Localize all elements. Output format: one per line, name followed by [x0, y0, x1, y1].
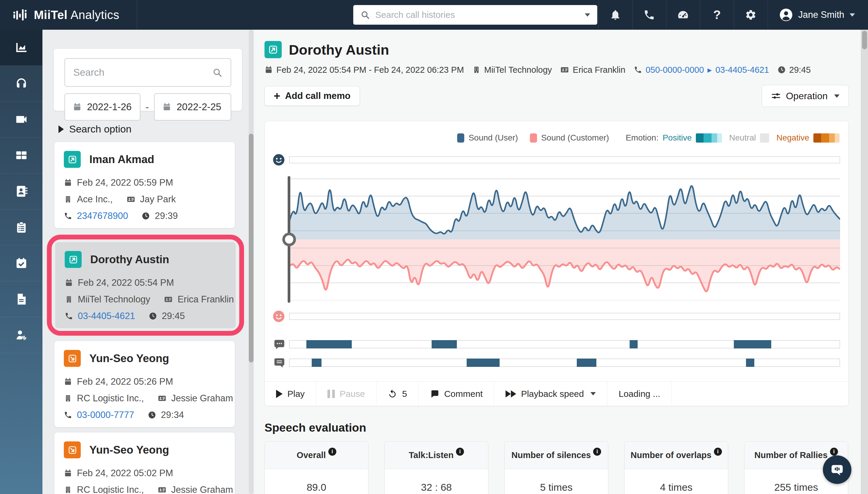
- callee-number-link[interactable]: 03-4405-4621: [715, 65, 769, 75]
- contact-card-icon: [164, 295, 173, 304]
- plus-icon: +: [274, 90, 280, 102]
- info-icon[interactable]: i: [714, 448, 722, 456]
- user-emotion-track[interactable]: [289, 156, 840, 164]
- call-card[interactable]: Iman Akmad Feb 24, 2022 05:59 PM Ace Inc…: [54, 142, 235, 228]
- playback-speed-button[interactable]: Playback speed: [494, 382, 607, 406]
- date-from-field[interactable]: 2022-1-26: [64, 93, 140, 120]
- pause-icon: [328, 390, 335, 398]
- sidebar-item-user-settings[interactable]: [0, 317, 42, 353]
- page-scrollbar-thumb[interactable]: [862, 31, 867, 49]
- sidebar-item-video[interactable]: [0, 101, 42, 137]
- search-call-histories-input[interactable]: [375, 10, 585, 20]
- chat-assistant-button[interactable]: [823, 455, 851, 484]
- call-duration: 29:45: [789, 65, 811, 75]
- customer-emotion-smiley-icon: [272, 309, 285, 323]
- page-scrollbar[interactable]: [861, 30, 868, 494]
- talk-segment-bar: [467, 359, 499, 367]
- miitel-logo-icon: [13, 7, 28, 23]
- metric-value: 255 times: [745, 481, 848, 493]
- call-card-selected[interactable]: Dorothy Austin Feb 24, 2022 05:54 PM Mii…: [55, 242, 236, 328]
- call-contact-person: Jessie Graham: [171, 393, 233, 404]
- user-talk-track[interactable]: [289, 340, 840, 348]
- info-icon[interactable]: i: [830, 448, 838, 456]
- contact-card-icon: [126, 195, 135, 204]
- date-from-value: 2022-1-26: [87, 101, 132, 113]
- date-to-field[interactable]: 2022-2-25: [154, 93, 231, 120]
- info-icon[interactable]: i: [328, 448, 336, 456]
- call-contact-person: Jay Park: [140, 194, 176, 205]
- call-meta-row: Feb 24, 2022 05:54 PM - Feb 24, 2022 06:…: [264, 65, 811, 75]
- sliders-icon: [771, 91, 781, 101]
- rewind-5-button[interactable]: 5: [376, 382, 418, 406]
- sidebar-item-contacts[interactable]: [0, 173, 42, 209]
- headset-icon: [15, 77, 28, 90]
- call-phone-link[interactable]: 2347678900: [77, 211, 128, 221]
- avatar-icon: [779, 8, 793, 22]
- grid-icon: [15, 149, 28, 162]
- sidebar-item-tasks[interactable]: [0, 209, 42, 245]
- search-dropdown-caret-icon[interactable]: [585, 13, 590, 17]
- sidebar-item-documents[interactable]: [0, 281, 42, 317]
- call-phone-link[interactable]: 03-4405-4621: [78, 311, 135, 321]
- call-company: RC Logistic Inc.,: [77, 393, 144, 404]
- help-button[interactable]: ?: [700, 0, 734, 30]
- user-menu[interactable]: Jane Smith: [768, 0, 868, 30]
- caller-number-link[interactable]: 050-0000-0000: [646, 65, 704, 75]
- brand-text: MiiTelAnalytics: [34, 8, 119, 22]
- call-contact-name: Yun-Seo Yeong: [90, 441, 169, 458]
- call-duration: 29:45: [162, 311, 185, 321]
- info-icon[interactable]: i: [456, 448, 464, 456]
- dashboard-icon: [677, 8, 689, 21]
- phone-button[interactable]: [632, 0, 666, 30]
- playhead-handle[interactable]: [282, 233, 296, 246]
- sidebar-item-call-history[interactable]: [0, 65, 42, 101]
- outbound-call-icon: [64, 151, 81, 168]
- list-scrollbar-thumb[interactable]: [249, 134, 254, 362]
- sidebar-item-calendar[interactable]: [0, 245, 42, 281]
- sound-waveform-chart[interactable]: [289, 178, 840, 300]
- sidebar-item-table[interactable]: [0, 137, 42, 173]
- comment-button[interactable]: Comment: [418, 382, 494, 406]
- call-contact-name: Yun-Seo Yeong: [90, 350, 169, 367]
- caret-down-icon: [834, 94, 840, 98]
- call-card[interactable]: Yun-Seo Yeong Feb 24, 2022 05:26 PM RC L…: [54, 341, 235, 427]
- add-call-memo-button[interactable]: +Add call memo: [264, 86, 360, 106]
- call-phone-link[interactable]: 03-0000-7777: [77, 410, 134, 420]
- call-card[interactable]: Yun-Seo Yeong Feb 24, 2022 05:02 PM RC L…: [54, 433, 235, 494]
- calendar-icon: [264, 65, 273, 74]
- calendar-icon: [64, 178, 72, 187]
- customer-sound-swatch: [530, 133, 537, 142]
- settings-button[interactable]: [734, 0, 768, 30]
- operation-button[interactable]: Operation: [762, 85, 849, 107]
- talk-segment-bar: [734, 340, 771, 348]
- list-scrollbar[interactable]: [249, 30, 254, 494]
- notifications-button[interactable]: [598, 0, 632, 30]
- call-company: MiiTel Technology: [484, 65, 552, 75]
- positive-gradient-swatch: [696, 133, 722, 142]
- customer-emotion-track[interactable]: [289, 313, 840, 320]
- user-gear-icon: [15, 328, 28, 342]
- call-list-panel: 2022-1-26 - 2022-2-25 Search option Iman…: [42, 30, 254, 494]
- search-option-toggle[interactable]: Search option: [58, 123, 254, 135]
- call-contact-name: Dorothy Austin: [90, 251, 169, 268]
- sidebar-item-analytics[interactable]: [0, 30, 42, 65]
- play-button[interactable]: Play: [265, 382, 316, 406]
- customer-talk-track[interactable]: [289, 359, 840, 367]
- talk-segment-bar: [307, 340, 352, 348]
- call-contact-person: Erica Franklin: [178, 294, 234, 305]
- call-company: Ace Inc.,: [77, 194, 113, 205]
- pause-button[interactable]: Pause: [316, 382, 376, 406]
- metric-card-silences: Number of silencesi 5 times: [504, 441, 608, 494]
- list-search-input[interactable]: [73, 67, 212, 78]
- phone-separator: ▸: [707, 65, 712, 75]
- info-icon[interactable]: i: [593, 448, 601, 456]
- dashboard-button[interactable]: [666, 0, 700, 30]
- talk-segment-bar: [630, 340, 638, 348]
- player-bar: Play Pause 5 Comment Playback speed Load…: [265, 381, 848, 406]
- phone-icon: [643, 9, 655, 21]
- user-name: Jane Smith: [798, 10, 844, 20]
- brand[interactable]: MiiTelAnalytics: [0, 0, 137, 30]
- metric-card-overall: Overalli 89.0: [264, 441, 369, 494]
- fast-forward-icon: [506, 390, 516, 397]
- building-icon: [64, 394, 72, 402]
